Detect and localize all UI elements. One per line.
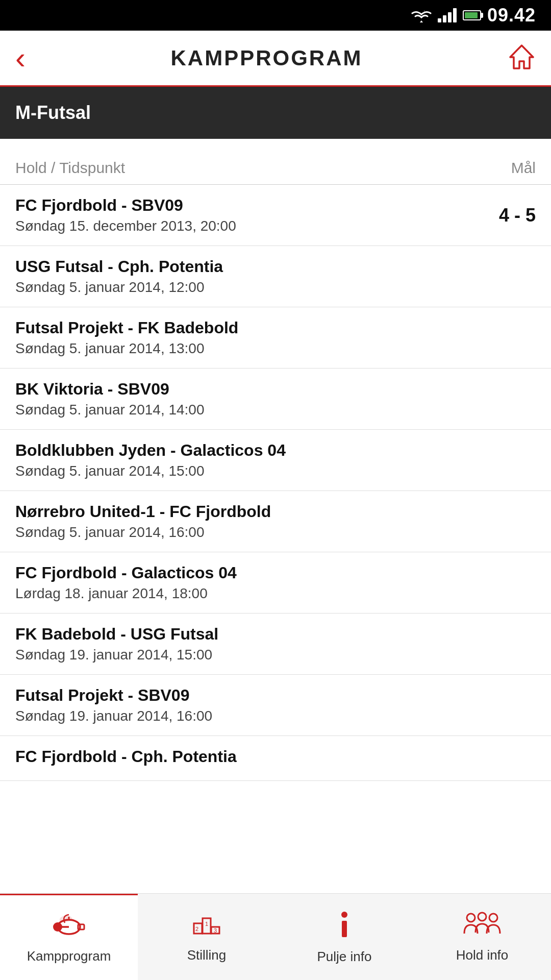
match-datetime: Søndag 19. januar 2014, 16:00 <box>15 708 536 724</box>
svg-rect-15 <box>342 921 347 937</box>
podium-icon: 2 1 3 <box>191 911 222 943</box>
match-item[interactable]: Boldklubben Jyden - Galacticos 04Søndag … <box>0 430 551 491</box>
match-item[interactable]: FC Fjordbold - Galacticos 04Lørdag 18. j… <box>0 552 551 614</box>
whistle-icon <box>53 912 86 944</box>
match-teams: FK Badebold - USG Futsal <box>15 625 536 644</box>
home-icon <box>508 43 536 71</box>
column-header-teams: Hold / Tidspunkt <box>15 159 125 177</box>
page-title: KAMPPROGRAM <box>170 46 362 70</box>
match-teams: Nørrebro United-1 - FC Fjordbold <box>15 502 536 521</box>
svg-point-18 <box>489 914 497 922</box>
svg-text:1: 1 <box>205 921 208 927</box>
match-item[interactable]: FC Fjordbold - Cph. Potentia <box>0 736 551 781</box>
match-info: FC Fjordbold - Galacticos 04Lørdag 18. j… <box>15 564 536 602</box>
status-icons: ↓ 09.42 <box>411 5 536 26</box>
nav-item-hold-info[interactable]: Hold info <box>413 894 551 980</box>
svg-text:2: 2 <box>195 926 198 932</box>
svg-point-7 <box>53 922 62 932</box>
match-info: BK Viktoria - SBV09Søndag 5. januar 2014… <box>15 380 536 418</box>
svg-marker-1 <box>510 45 533 68</box>
svg-point-14 <box>341 912 347 918</box>
match-datetime: Søndag 5. januar 2014, 16:00 <box>15 524 536 541</box>
svg-text:3: 3 <box>214 927 217 934</box>
match-datetime: Lørdag 18. januar 2014, 18:00 <box>15 585 536 602</box>
match-teams: USG Futsal - Cph. Potentia <box>15 257 536 276</box>
match-item[interactable]: Nørrebro United-1 - FC FjordboldSøndag 5… <box>0 491 551 552</box>
match-info: FK Badebold - USG FutsalSøndag 19. janua… <box>15 625 536 663</box>
header: ‹ KAMPPROGRAM <box>0 31 551 87</box>
match-teams: FC Fjordbold - Galacticos 04 <box>15 564 536 582</box>
status-bar: ↓ 09.42 <box>0 0 551 31</box>
wifi-icon: ↓ <box>411 7 432 23</box>
match-item[interactable]: BK Viktoria - SBV09Søndag 5. januar 2014… <box>0 369 551 430</box>
match-info: Nørrebro United-1 - FC FjordboldSøndag 5… <box>15 502 536 541</box>
home-button[interactable] <box>508 43 536 73</box>
match-item[interactable]: Futsal Projekt - FK BadeboldSøndag 5. ja… <box>0 307 551 369</box>
content: M-Futsal Hold / Tidspunkt Mål FC Fjordbo… <box>0 87 551 868</box>
match-item[interactable]: Futsal Projekt - SBV09Søndag 19. januar … <box>0 675 551 736</box>
battery-icon <box>463 10 481 20</box>
nav-label: Hold info <box>456 947 509 963</box>
info-icon <box>332 910 357 945</box>
back-button[interactable]: ‹ <box>15 43 26 74</box>
match-datetime: Søndag 19. januar 2014, 15:00 <box>15 647 536 663</box>
svg-point-17 <box>478 913 486 921</box>
match-datetime: Søndag 5. januar 2014, 13:00 <box>15 340 536 357</box>
bottom-nav: Kampprogram 2 1 3 Stilling Pulje info Ho… <box>0 893 551 980</box>
match-info: FC Fjordbold - SBV09Søndag 15. december … <box>15 196 474 234</box>
match-teams: FC Fjordbold - SBV09 <box>15 196 474 215</box>
match-teams: Futsal Projekt - SBV09 <box>15 686 536 705</box>
match-info: Futsal Projekt - SBV09Søndag 19. januar … <box>15 686 536 724</box>
category-header: M-Futsal <box>0 87 551 139</box>
nav-label: Stilling <box>187 947 227 963</box>
match-item[interactable]: FK Badebold - USG FutsalSøndag 19. janua… <box>0 614 551 675</box>
match-teams: Boldklubben Jyden - Galacticos 04 <box>15 441 536 460</box>
nav-item-kampprogram[interactable]: Kampprogram <box>0 894 138 980</box>
match-info: Boldklubben Jyden - Galacticos 04Søndag … <box>15 441 536 479</box>
match-info: USG Futsal - Cph. PotentiaSøndag 5. janu… <box>15 257 536 296</box>
svg-point-16 <box>467 914 475 922</box>
table-header: Hold / Tidspunkt Mål <box>0 149 551 185</box>
status-time: 09.42 <box>487 5 536 26</box>
match-score: 4 - 5 <box>474 205 536 226</box>
column-header-score: Mål <box>485 159 536 177</box>
nav-item-stilling[interactable]: 2 1 3 Stilling <box>138 894 276 980</box>
match-info: FC Fjordbold - Cph. Potentia <box>15 747 536 769</box>
match-teams: FC Fjordbold - Cph. Potentia <box>15 747 536 766</box>
match-teams: BK Viktoria - SBV09 <box>15 380 536 399</box>
match-datetime: Søndag 5. januar 2014, 12:00 <box>15 279 536 296</box>
match-datetime: Søndag 15. december 2013, 20:00 <box>15 218 474 234</box>
nav-label: Pulje info <box>317 949 372 965</box>
match-item[interactable]: FC Fjordbold - SBV09Søndag 15. december … <box>0 185 551 246</box>
category-title: M-Futsal <box>15 102 91 123</box>
match-info: Futsal Projekt - FK BadeboldSøndag 5. ja… <box>15 318 536 357</box>
match-item[interactable]: USG Futsal - Cph. PotentiaSøndag 5. janu… <box>0 246 551 307</box>
svg-text:↓: ↓ <box>423 9 425 14</box>
signal-icon <box>438 8 457 22</box>
team-icon <box>463 911 502 943</box>
nav-label: Kampprogram <box>27 948 111 964</box>
nav-item-pulje-info[interactable]: Pulje info <box>276 894 413 980</box>
svg-rect-4 <box>78 924 84 929</box>
match-datetime: Søndag 5. januar 2014, 14:00 <box>15 402 536 418</box>
match-list: FC Fjordbold - SBV09Søndag 15. december … <box>0 185 551 781</box>
match-datetime: Søndag 5. januar 2014, 15:00 <box>15 463 536 479</box>
match-teams: Futsal Projekt - FK Badebold <box>15 318 536 337</box>
